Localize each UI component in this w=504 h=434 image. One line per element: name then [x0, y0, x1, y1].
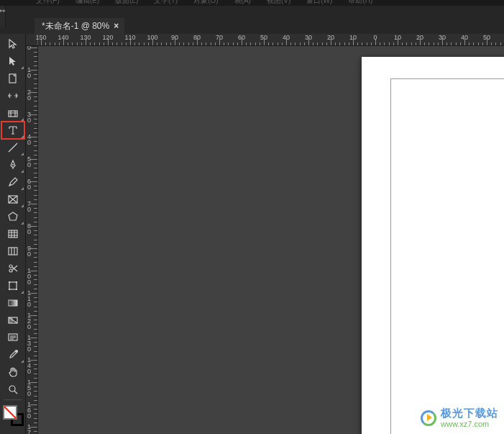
- ruler-tick-label: 30: [27, 112, 31, 123]
- flyout-indicator-icon: [21, 360, 24, 363]
- ruler-tick-label: 140: [58, 34, 68, 41]
- ruler-tick-label: 0: [373, 34, 377, 41]
- pencil-tool[interactable]: [1, 173, 24, 191]
- gap-tool[interactable]: [1, 87, 24, 104]
- panel-expand-handle[interactable]: ▸▸: [0, 6, 6, 27]
- ruler-tick-label: 10: [349, 34, 357, 41]
- menu-item[interactable]: 窗口(W): [306, 0, 332, 6]
- toolbox: [0, 34, 26, 434]
- gradient-feather-tool[interactable]: [1, 312, 24, 329]
- svg-rect-4: [9, 230, 17, 238]
- ruler-tick-label: 70: [216, 34, 223, 41]
- flyout-indicator-icon: [21, 222, 24, 225]
- fill-stroke-swatch[interactable]: [2, 404, 24, 426]
- ruler-tick-label: 100: [27, 268, 31, 285]
- canvas-area[interactable]: [38, 46, 504, 434]
- ruler-tick-label: 10: [27, 67, 31, 78]
- line-tool[interactable]: [1, 139, 24, 156]
- svg-rect-13: [9, 300, 17, 306]
- direct-selection-tool[interactable]: [1, 53, 24, 70]
- ruler-tick-label: 150: [27, 379, 31, 397]
- ruler-tick-label: 30: [305, 34, 312, 41]
- zoom-tool[interactable]: [1, 381, 24, 398]
- hand-tool[interactable]: [1, 363, 24, 381]
- ruler-tick-label: 130: [80, 34, 91, 41]
- type-tool[interactable]: [1, 122, 24, 139]
- flyout-indicator-icon: [21, 204, 24, 207]
- svg-rect-15: [9, 317, 13, 323]
- ruler-tick-label: 90: [171, 34, 178, 41]
- ruler-tick-label: 110: [124, 34, 135, 41]
- ruler-tick-label: 60: [27, 178, 31, 190]
- ruler-tick-label: 130: [27, 335, 31, 352]
- ruler-tick-label: 40: [27, 134, 31, 145]
- svg-point-6: [9, 265, 12, 268]
- gradient-swatch-tool[interactable]: [1, 294, 24, 312]
- flyout-indicator-icon: [21, 118, 24, 121]
- eyedropper-tool[interactable]: [1, 346, 24, 363]
- horizontal-ruler[interactable]: 1501401301201101009080706050403020100102…: [26, 34, 504, 46]
- ruler-tick-label: 120: [102, 34, 113, 41]
- rectangle-tool[interactable]: [1, 208, 24, 225]
- ruler-tick-label: 170: [27, 424, 31, 434]
- flyout-indicator-icon: [21, 135, 24, 138]
- flyout-indicator-icon: [21, 291, 24, 294]
- svg-rect-11: [9, 289, 10, 290]
- svg-point-2: [12, 164, 14, 166]
- document-tab[interactable]: *未命名-1 @ 80% ×: [35, 18, 124, 34]
- ruler-tick-label: 50: [483, 34, 490, 41]
- menu-item[interactable]: 文件(F): [36, 0, 60, 6]
- menu-item[interactable]: 表(A): [234, 0, 251, 6]
- ruler-tick-label: 0: [27, 46, 31, 50]
- note-tool[interactable]: [1, 329, 24, 346]
- ruler-tick-label: 10: [394, 34, 401, 41]
- menubar[interactable]: 文件(F) 编辑(E) 版面(L) 文字(T) 对象(O) 表(A) 视图(V)…: [0, 0, 504, 6]
- menu-item[interactable]: 文字(T): [154, 0, 178, 6]
- svg-rect-12: [16, 289, 17, 290]
- free-transform-tool[interactable]: [1, 277, 24, 294]
- column-tool[interactable]: [1, 243, 24, 260]
- ruler-tick-label: 50: [27, 156, 31, 168]
- svg-rect-9: [9, 281, 10, 283]
- flyout-indicator-icon: [21, 187, 24, 190]
- svg-point-7: [9, 269, 12, 272]
- ruler-tick-label: 40: [283, 34, 290, 41]
- svg-rect-10: [16, 281, 17, 283]
- content-collector-tool[interactable]: [1, 104, 24, 122]
- flyout-indicator-icon: [21, 170, 24, 173]
- menu-item[interactable]: 对象(O): [193, 0, 218, 6]
- document-tab-label: *未命名-1 @ 80%: [42, 20, 109, 32]
- flyout-indicator-icon: [21, 66, 24, 69]
- text-frame[interactable]: [390, 78, 504, 434]
- menu-item[interactable]: 视图(V): [267, 0, 290, 6]
- ruler-tick-label: 60: [238, 34, 245, 41]
- flyout-indicator-icon: [21, 153, 24, 155]
- svg-rect-1: [9, 111, 17, 117]
- close-tab-button[interactable]: ×: [114, 21, 119, 31]
- menu-item[interactable]: 编辑(E): [75, 0, 99, 6]
- ruler-tick-label: 20: [416, 34, 423, 41]
- ruler-tick-label: 100: [147, 34, 157, 41]
- scissors-tool[interactable]: [1, 260, 24, 277]
- pen-tool[interactable]: [1, 156, 24, 173]
- ruler-tick-label: 140: [27, 357, 31, 374]
- ruler-tick-label: 30: [439, 34, 446, 41]
- vertical-ruler[interactable]: 0102030405060708090100110120130140150160…: [26, 46, 38, 434]
- ruler-tick-label: 20: [27, 89, 31, 101]
- ruler-tick-label: 120: [27, 312, 31, 330]
- ruler-tick-label: 90: [27, 245, 31, 257]
- fill-swatch[interactable]: [4, 406, 17, 419]
- ruler-tick-label: 40: [461, 34, 468, 41]
- svg-rect-8: [9, 282, 17, 289]
- rectangle-frame-tool[interactable]: [1, 191, 24, 208]
- menu-item[interactable]: 版面(L): [115, 0, 138, 6]
- ruler-tick-label: 80: [27, 223, 31, 235]
- menu-item[interactable]: 帮助(H): [348, 0, 372, 6]
- page-tool[interactable]: [1, 70, 24, 87]
- svg-rect-5: [9, 248, 17, 255]
- table-tool[interactable]: [1, 225, 24, 243]
- svg-point-17: [15, 350, 18, 353]
- ruler-tick-label: 80: [193, 34, 201, 41]
- ruler-tick-label: 160: [27, 402, 31, 419]
- selection-tool[interactable]: [1, 35, 24, 53]
